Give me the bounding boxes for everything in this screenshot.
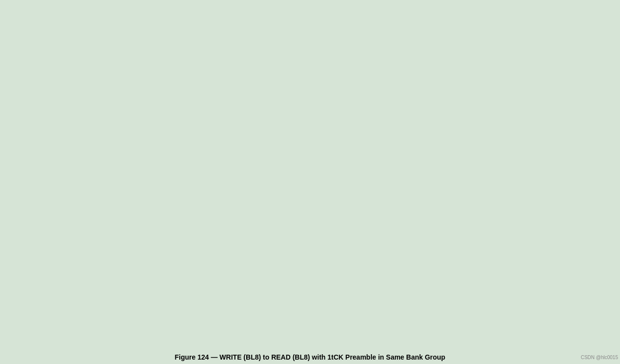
- timing-diagram-area: [0, 0, 620, 205]
- figure-caption: Figure 124 — WRITE (BL8) to READ (BL8) w…: [0, 353, 620, 361]
- watermark: CSDN @hlc0015: [581, 355, 618, 360]
- notes-area: [0, 205, 620, 209]
